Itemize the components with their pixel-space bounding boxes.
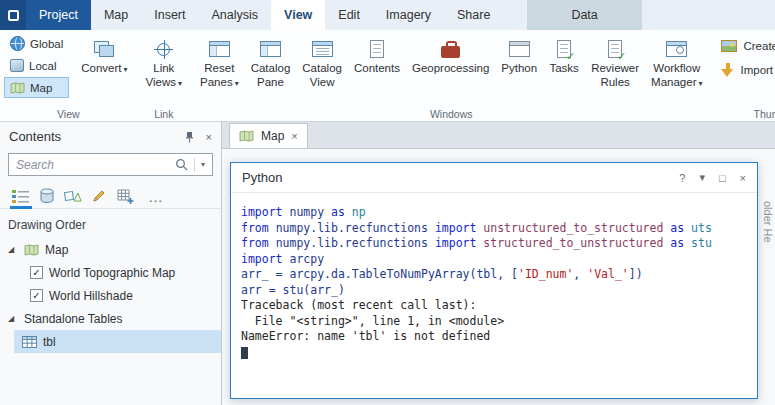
- python-window: Python ? ▾ □ × import numpy as npfrom nu…: [230, 162, 758, 399]
- code-line: File "<string>", line 1, in <module>: [241, 314, 747, 330]
- workflow-manager-icon: [666, 41, 687, 57]
- python-window-title: Python: [242, 170, 665, 185]
- close-pane-icon[interactable]: ×: [206, 131, 212, 143]
- map-icon: [24, 244, 39, 256]
- code-line: arr_ = arcpy.da.TableToNumPyArray(tbl, […: [241, 267, 747, 283]
- table-icon: [22, 336, 37, 348]
- group-label-link: Link: [137, 108, 191, 120]
- code-line: Traceback (most recent call last):: [241, 298, 747, 314]
- auto-hide-pin-icon[interactable]: [184, 131, 195, 143]
- layer-checkbox[interactable]: ✓: [30, 289, 43, 302]
- list-by-data-source-tab[interactable]: [34, 184, 60, 208]
- code-line: from numpy.lib.recfunctions import unstr…: [241, 221, 747, 237]
- code-line: arr = stu(arr_): [241, 283, 747, 299]
- search-icon[interactable]: [175, 158, 188, 171]
- python-code-area[interactable]: import numpy as npfrom numpy.lib.recfunc…: [231, 193, 757, 372]
- tab-share[interactable]: Share: [444, 0, 503, 30]
- link-views-icon: [157, 43, 170, 56]
- grid-plus-icon: [117, 189, 134, 204]
- link-views-button[interactable]: Link Views▾: [141, 33, 187, 91]
- catalog-pane-icon: [260, 41, 281, 57]
- tree-item-world-topographic-map[interactable]: ✓ World Topographic Map: [0, 261, 221, 284]
- help-icon[interactable]: ?: [679, 172, 685, 184]
- reviewer-rules-button[interactable]: ✓ Reviewer Rules: [586, 33, 644, 91]
- map-viewport[interactable]: older He Python ? ▾ □ × import numpy as …: [222, 149, 775, 405]
- close-tab-icon[interactable]: ×: [291, 130, 297, 142]
- tree-item-world-hillshade[interactable]: ✓ World Hillshade: [0, 284, 221, 307]
- global-button[interactable]: Global: [4, 33, 69, 54]
- chevron-down-icon: ▾: [698, 79, 702, 88]
- search-placeholder: Search: [16, 158, 169, 172]
- local-scene-icon: [10, 59, 24, 72]
- tab-edit[interactable]: Edit: [325, 0, 373, 30]
- check-icon: ✓: [617, 51, 626, 62]
- collapsed-pane-edge-tab[interactable]: older He: [762, 201, 774, 243]
- tree-item-tbl[interactable]: tbl: [14, 330, 221, 353]
- tab-data[interactable]: Data: [527, 0, 641, 30]
- more-tabs-ellipsis-icon[interactable]: …: [148, 189, 163, 204]
- document-area: Map × older He Python ? ▾ □ × import num…: [222, 122, 775, 405]
- check-icon: ✓: [566, 51, 575, 62]
- arcgis-pro-logo-icon: [8, 10, 19, 21]
- tab-view[interactable]: View: [271, 0, 325, 30]
- contents-pane: Contents × Search ▾: [0, 122, 222, 405]
- list-by-drawing-order-icon: [12, 189, 30, 204]
- ribbon: Global Local Map Convert▾: [0, 30, 775, 122]
- import-arrow-icon: [721, 63, 734, 78]
- reset-panes-icon: [209, 41, 230, 57]
- local-button[interactable]: Local: [4, 55, 69, 76]
- list-by-selection-tab[interactable]: [60, 184, 86, 208]
- app-menu-button[interactable]: [0, 0, 26, 30]
- list-by-snapping-tab[interactable]: [112, 184, 138, 208]
- tree-item-map[interactable]: ◢ Map: [0, 238, 221, 261]
- window-menu-chevron-icon[interactable]: ▾: [699, 171, 705, 184]
- group-label-thumbnail: Thumbnail: [711, 108, 775, 120]
- close-icon[interactable]: ×: [740, 172, 746, 184]
- tab-insert[interactable]: Insert: [141, 0, 198, 30]
- tasks-button[interactable]: ✓ Tasks: [544, 33, 584, 77]
- divider: [194, 158, 195, 172]
- search-options-chevron-icon[interactable]: ▾: [201, 160, 205, 169]
- import-thumbnail-button[interactable]: Import Thumbnail: [715, 59, 775, 81]
- catalog-view-button[interactable]: Catalog View: [297, 33, 347, 91]
- text-cursor: [241, 347, 248, 359]
- map-icon: [239, 130, 254, 142]
- ribbon-group-thumbnail: Create Thumbnail Import Thumbnail Thumbn…: [711, 30, 775, 121]
- tree-item-standalone-tables[interactable]: ◢ Standalone Tables: [0, 307, 221, 330]
- catalog-view-icon: [312, 41, 333, 57]
- map-document-tab[interactable]: Map ×: [229, 123, 308, 148]
- map-view-button[interactable]: Map: [4, 77, 69, 98]
- maximize-icon[interactable]: □: [719, 172, 726, 184]
- layer-checkbox[interactable]: ✓: [30, 266, 43, 279]
- code-line: NameError: name 'tbl' is not defined: [241, 329, 747, 345]
- layer-tree: ◢ Map ✓ World Topographic Map ✓ World Hi…: [0, 238, 221, 353]
- globe-icon: [10, 36, 25, 51]
- ribbon-tab-bar: Project Map Insert Analysis View Edit Im…: [0, 0, 775, 30]
- arcgis-pro-window: Project Map Insert Analysis View Edit Im…: [0, 0, 775, 405]
- tab-project[interactable]: Project: [26, 0, 91, 30]
- reset-panes-button[interactable]: Reset Panes▾: [195, 33, 244, 91]
- catalog-pane-button[interactable]: Catalog Pane: [246, 33, 296, 91]
- tab-analysis[interactable]: Analysis: [199, 0, 272, 30]
- code-line: import arcpy: [241, 252, 747, 268]
- map-icon: [10, 82, 25, 94]
- tab-map[interactable]: Map: [91, 0, 141, 30]
- workspace: Contents × Search ▾: [0, 122, 775, 405]
- geoprocessing-button[interactable]: Geoprocessing: [407, 33, 494, 77]
- code-line: from numpy.lib.recfunctions import struc…: [241, 236, 747, 252]
- create-thumbnail-button[interactable]: Create Thumbnail: [715, 35, 775, 57]
- contents-button[interactable]: Contents: [349, 33, 405, 77]
- workflow-manager-button[interactable]: Workflow Manager▾: [646, 33, 707, 91]
- contents-search-box[interactable]: Search ▾: [8, 153, 213, 176]
- convert-button[interactable]: Convert▾: [76, 33, 132, 77]
- python-button[interactable]: Python: [496, 33, 542, 77]
- list-by-drawing-order-tab[interactable]: [8, 184, 34, 208]
- list-by-editing-tab[interactable]: [86, 184, 112, 208]
- expander-icon[interactable]: ◢: [8, 245, 18, 254]
- chevron-down-icon: ▾: [235, 79, 239, 88]
- tab-imagery[interactable]: Imagery: [373, 0, 444, 30]
- chevron-down-icon: ▾: [178, 79, 182, 88]
- expander-icon[interactable]: ◢: [8, 314, 18, 323]
- python-window-titlebar[interactable]: Python ? ▾ □ ×: [231, 163, 757, 193]
- contents-view-tabs: …: [0, 182, 221, 209]
